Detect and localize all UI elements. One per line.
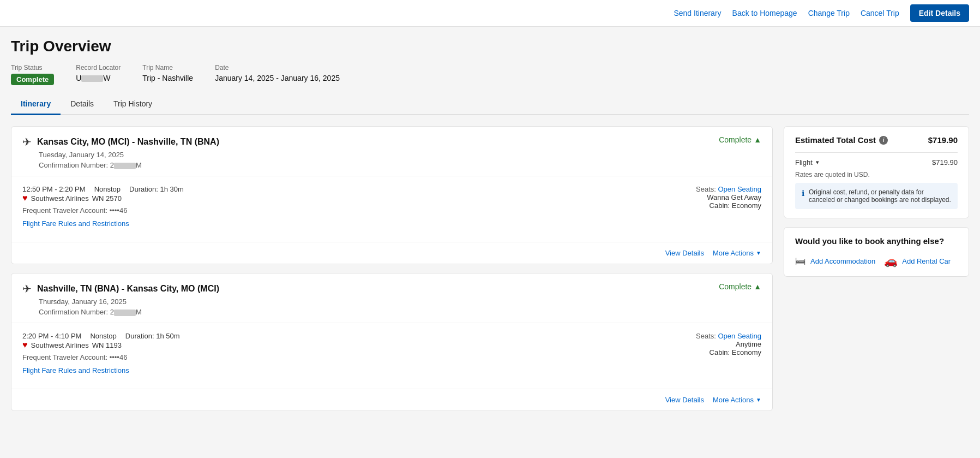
record-locator-value: UW bbox=[76, 74, 110, 82]
flight-2-time-info: 2:20 PM - 4:10 PM Nonstop Duration: 1h 5… bbox=[22, 332, 180, 340]
status-badge: Complete bbox=[11, 74, 54, 85]
redacted-confirm-2 bbox=[114, 310, 136, 316]
flight-card-2-header-row: ✈ Nashville, TN (BNA) - Kansas City, MO … bbox=[22, 282, 761, 316]
trip-meta: Trip Status Complete Record Locator UW T… bbox=[11, 64, 969, 85]
cost-flight-row: Flight ▾ $719.90 bbox=[795, 158, 958, 166]
send-itinerary-link[interactable]: Send Itinerary bbox=[674, 9, 721, 17]
flight-1-time: 12:50 PM - 2:20 PM bbox=[22, 185, 86, 193]
flight-2-seats-value: Open Seating bbox=[718, 332, 761, 340]
flight-1-airline-row: ♥ Southwest Airlines WN 2570 bbox=[22, 193, 184, 203]
cost-card: Estimated Total Cost i $719.90 Flight ▾ … bbox=[784, 126, 969, 218]
flight-2-info-row: 2:20 PM - 4:10 PM Nonstop Duration: 1h 5… bbox=[22, 332, 761, 374]
rental-car-icon: 🚗 bbox=[884, 254, 898, 267]
flight-1-confirm-label: Confirmation Number: bbox=[39, 161, 108, 169]
flight-1-status[interactable]: Complete ▲ bbox=[719, 135, 761, 144]
book-else-title: Would you like to book anything else? bbox=[795, 236, 958, 246]
flight-2-seats: Seats: Open Seating Anytime Cabin: Econo… bbox=[696, 332, 761, 356]
cost-divider bbox=[795, 152, 958, 153]
flight-1-details: 12:50 PM - 2:20 PM Nonstop Duration: 1h … bbox=[11, 176, 772, 242]
flight-2-time: 2:20 PM - 4:10 PM bbox=[22, 332, 81, 340]
tab-trip-history[interactable]: Trip History bbox=[104, 94, 162, 115]
cost-flight-label[interactable]: Flight ▾ bbox=[795, 158, 819, 166]
itinerary-col: ✈ Kansas City, MO (MCI) - Nashville, TN … bbox=[11, 126, 773, 411]
flight-2-view-details-link[interactable]: View Details bbox=[665, 396, 704, 404]
trip-name-label: Trip Name bbox=[142, 64, 193, 72]
flight-1-duration: Duration: 1h 30m bbox=[129, 185, 184, 193]
cost-total: $719.90 bbox=[928, 135, 958, 145]
southwest-heart-icon-2: ♥ bbox=[22, 340, 28, 350]
cost-info-icon[interactable]: i bbox=[879, 136, 888, 145]
flight-2-status[interactable]: Complete ▲ bbox=[719, 282, 761, 291]
top-nav: Send Itinerary Back to Homepage Change T… bbox=[0, 0, 980, 27]
flight-1-route: ✈ Kansas City, MO (MCI) - Nashville, TN … bbox=[22, 135, 219, 148]
trip-name-value: Trip - Nashville bbox=[142, 74, 193, 82]
flight-card-1: ✈ Kansas City, MO (MCI) - Nashville, TN … bbox=[11, 126, 773, 264]
flight-2-confirm-spacer: 2 bbox=[110, 308, 114, 316]
flight-1-seats: Seats: Open Seating Wanna Get Away Cabin… bbox=[696, 185, 761, 210]
flight-2-confirm-end: M bbox=[136, 308, 142, 316]
flight-card-2-route-block: ✈ Nashville, TN (BNA) - Kansas City, MO … bbox=[22, 282, 219, 316]
flight-2-fare-link[interactable]: Flight Fare Rules and Restrictions bbox=[22, 366, 129, 374]
flight-2-seats-row: Seats: Open Seating bbox=[696, 332, 761, 340]
southwest-heart-icon-1: ♥ bbox=[22, 193, 28, 203]
flight-1-view-details-link[interactable]: View Details bbox=[665, 249, 704, 257]
flight-2-status-text: Complete bbox=[719, 282, 751, 291]
flight-2-route-text: Nashville, TN (BNA) - Kansas City, MO (M… bbox=[37, 284, 219, 294]
trip-status-label: Trip Status bbox=[11, 64, 54, 72]
flight-1-left-info: 12:50 PM - 2:20 PM Nonstop Duration: 1h … bbox=[22, 185, 184, 228]
sidebar-col: Estimated Total Cost i $719.90 Flight ▾ … bbox=[784, 126, 969, 411]
flight-1-time-info: 12:50 PM - 2:20 PM Nonstop Duration: 1h … bbox=[22, 185, 184, 193]
flight-1-fare-class: Wanna Get Away Cabin: Economy bbox=[696, 193, 761, 210]
flight-2-confirm-label: Confirmation Number: bbox=[39, 308, 108, 316]
meta-trip-name: Trip Name Trip - Nashville bbox=[142, 64, 193, 82]
book-else-card: Would you like to book anything else? 🛏 … bbox=[784, 227, 969, 277]
plane-icon-2: ✈ bbox=[22, 282, 32, 295]
record-locator-label: Record Locator bbox=[76, 64, 121, 72]
flight-1-fare-link[interactable]: Flight Fare Rules and Restrictions bbox=[22, 219, 129, 228]
cost-title: Estimated Total Cost i bbox=[795, 135, 888, 145]
flight-2-flight-num: WN 1193 bbox=[92, 341, 122, 349]
back-to-homepage-link[interactable]: Back to Homepage bbox=[732, 9, 797, 17]
tab-details[interactable]: Details bbox=[61, 94, 104, 115]
change-trip-link[interactable]: Change Trip bbox=[808, 9, 850, 17]
cancel-trip-link[interactable]: Cancel Trip bbox=[861, 9, 899, 17]
flight-1-frequent-value: ••••46 bbox=[110, 206, 128, 215]
flight-2-more-actions-link[interactable]: More Actions ▼ bbox=[713, 396, 761, 404]
flight-2-more-actions-text: More Actions bbox=[713, 396, 754, 404]
cost-title-text: Estimated Total Cost bbox=[795, 135, 876, 145]
tab-itinerary[interactable]: Itinerary bbox=[11, 94, 61, 115]
flight-2-fare-class-text: Anytime bbox=[696, 340, 761, 348]
cost-header: Estimated Total Cost i $719.90 bbox=[795, 135, 958, 145]
flight-1-route-text: Kansas City, MO (MCI) - Nashville, TN (B… bbox=[37, 137, 219, 147]
flight-1-frequent-row: Frequent Traveler Account: ••••46 bbox=[22, 206, 184, 215]
flight-1-confirm: Confirmation Number: 2M bbox=[39, 161, 219, 169]
flight-1-seats-value: Open Seating bbox=[718, 185, 761, 193]
flight-2-cabin: Cabin: Economy bbox=[696, 348, 761, 356]
flight-1-more-actions-link[interactable]: More Actions ▼ bbox=[713, 249, 761, 257]
flight-2-stops: Nonstop bbox=[90, 332, 116, 340]
info-box-icon: ℹ bbox=[802, 189, 804, 198]
flight-2-airline: Southwest Airlines bbox=[31, 341, 89, 349]
flight-1-fare-class-text: Wanna Get Away bbox=[696, 193, 761, 201]
flight-dropdown-icon: ▾ bbox=[816, 159, 819, 166]
flight-1-confirm-end: M bbox=[136, 161, 142, 169]
flight-2-date: Thursday, January 16, 2025 bbox=[39, 298, 219, 306]
date-label: Date bbox=[215, 64, 340, 72]
add-accommodation-option[interactable]: 🛏 Add Accommodation bbox=[795, 254, 875, 267]
meta-trip-status: Trip Status Complete bbox=[11, 64, 54, 85]
flight-2-details: 2:20 PM - 4:10 PM Nonstop Duration: 1h 5… bbox=[11, 323, 772, 389]
flight-1-status-chevron: ▲ bbox=[754, 135, 761, 144]
flight-2-actions: View Details More Actions ▼ bbox=[11, 389, 772, 411]
flight-card-1-header: ✈ Kansas City, MO (MCI) - Nashville, TN … bbox=[11, 127, 772, 176]
flight-2-status-chevron: ▲ bbox=[754, 282, 761, 291]
add-rental-car-option[interactable]: 🚗 Add Rental Car bbox=[884, 254, 951, 267]
usd-note: Rates are quoted in USD. bbox=[795, 171, 958, 179]
flight-1-flight-num: WN 2570 bbox=[92, 194, 122, 203]
flight-2-duration: Duration: 1h 50m bbox=[125, 332, 180, 340]
edit-details-button[interactable]: Edit Details bbox=[910, 4, 969, 22]
chevron-down-icon-2: ▼ bbox=[756, 397, 761, 403]
flight-1-info-row: 12:50 PM - 2:20 PM Nonstop Duration: 1h … bbox=[22, 185, 761, 228]
flight-card-1-route-block: ✈ Kansas City, MO (MCI) - Nashville, TN … bbox=[22, 135, 219, 169]
add-accommodation-text: Add Accommodation bbox=[810, 257, 875, 265]
main-layout: ✈ Kansas City, MO (MCI) - Nashville, TN … bbox=[11, 126, 969, 411]
